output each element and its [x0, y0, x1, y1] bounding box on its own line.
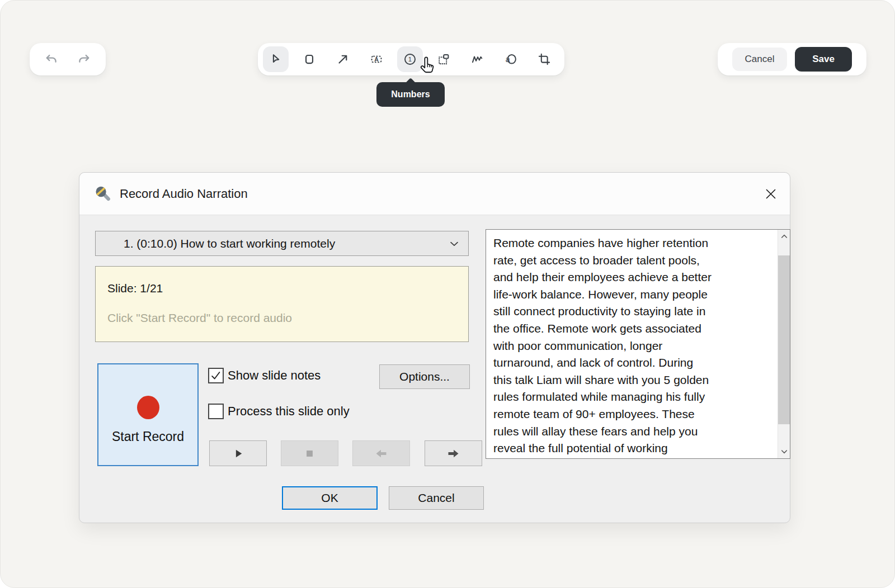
- chevron-down-icon: [448, 238, 460, 250]
- next-slide-button[interactable]: [425, 440, 482, 466]
- scroll-up-button[interactable]: [778, 230, 790, 243]
- undo-redo-group: [30, 43, 106, 75]
- tool-text[interactable]: A: [360, 43, 393, 75]
- tool-arrow[interactable]: [326, 43, 360, 75]
- dialog-cancel-button-label: Cancel: [418, 491, 454, 505]
- slide-dropdown[interactable]: 1. (0:10.0) How to start working remotel…: [95, 231, 469, 256]
- tool-numbers[interactable]: 1: [393, 43, 427, 75]
- arrow-icon: [336, 52, 350, 67]
- crop-icon: [537, 52, 552, 67]
- options-button[interactable]: Options...: [379, 364, 470, 389]
- tool-crop[interactable]: [527, 43, 561, 75]
- save-button-label: Save: [812, 54, 835, 65]
- ok-button[interactable]: OK: [282, 486, 378, 510]
- start-record-button[interactable]: Start Record: [97, 363, 199, 466]
- annotation-toolbar: A 1: [258, 43, 564, 75]
- scroll-down-button[interactable]: [778, 445, 790, 458]
- stop-button[interactable]: [281, 440, 338, 466]
- dialog-close-button[interactable]: [761, 184, 781, 204]
- undo-button[interactable]: [40, 48, 63, 70]
- redo-icon: [77, 52, 91, 67]
- slide-dropdown-value: 1. (0:10.0) How to start working remotel…: [124, 237, 335, 250]
- dialog-header: Record Audio Narration: [79, 173, 790, 215]
- numbers-tooltip: Numbers: [376, 82, 445, 107]
- undo-icon: [44, 52, 59, 67]
- save-actions-group: Cancel Save: [718, 43, 866, 75]
- save-button[interactable]: Save: [795, 47, 852, 72]
- blur-pixelate-icon: [436, 52, 451, 67]
- chevron-up-icon: [780, 232, 789, 241]
- redo-button[interactable]: [73, 48, 95, 70]
- checkbox-unchecked-icon: [208, 404, 224, 419]
- ok-button-label: OK: [321, 491, 338, 505]
- play-button[interactable]: [209, 440, 267, 466]
- svg-text:1: 1: [408, 56, 412, 63]
- show-slide-notes-checkbox[interactable]: Show slide notes: [208, 368, 321, 383]
- tool-obfuscate[interactable]: a: [494, 43, 527, 75]
- show-slide-notes-label: Show slide notes: [228, 368, 321, 383]
- dialog-title: Record Audio Narration: [120, 187, 248, 201]
- start-record-label: Start Record: [112, 429, 184, 444]
- cancel-button-label: Cancel: [745, 54, 775, 65]
- record-audio-narration-dialog: Record Audio Narration 1. (0:10.0) How t…: [79, 172, 790, 523]
- tool-blur[interactable]: [427, 43, 460, 75]
- obfuscate-text-icon: a: [503, 52, 518, 67]
- record-hint: Click "Start Record" to record audio: [107, 311, 456, 325]
- tool-freehand[interactable]: [460, 43, 494, 75]
- process-this-slide-only-checkbox[interactable]: Process this slide only: [208, 404, 350, 419]
- slide-notes-text: Remote companies have higher retention r…: [486, 230, 778, 458]
- close-icon: [764, 187, 778, 201]
- text-box-icon: A: [369, 52, 384, 67]
- select-cursor-icon: [268, 52, 283, 67]
- play-icon: [231, 447, 245, 461]
- numbers-icon: 1: [403, 52, 417, 67]
- freehand-draw-icon: [470, 52, 484, 67]
- tooltip-text: Numbers: [391, 89, 430, 99]
- options-button-label: Options...: [399, 370, 450, 383]
- tool-select[interactable]: [259, 43, 293, 75]
- dialog-cancel-button[interactable]: Cancel: [389, 486, 484, 510]
- scrollbar-thumb[interactable]: [778, 255, 790, 424]
- arrow-right-icon: [446, 446, 461, 461]
- record-dot-icon: [137, 396, 159, 419]
- chevron-down-icon: [780, 447, 789, 456]
- microphone-icon: [94, 185, 112, 203]
- checkbox-checked-icon: [208, 368, 224, 383]
- tool-rectangle[interactable]: [293, 43, 326, 75]
- recording-status-box: Slide: 1/21 Click "Start Record" to reco…: [95, 266, 469, 342]
- previous-slide-button[interactable]: [352, 440, 410, 466]
- cancel-button[interactable]: Cancel: [732, 48, 787, 71]
- notes-scrollbar[interactable]: [778, 230, 790, 458]
- rectangle-icon: [302, 52, 317, 67]
- stop-icon: [303, 447, 317, 461]
- editor-canvas: A 1: [0, 0, 895, 588]
- arrow-left-icon: [374, 446, 389, 461]
- slide-notes-textarea[interactable]: Remote companies have higher retention r…: [486, 229, 790, 459]
- svg-text:A: A: [374, 56, 379, 63]
- process-this-slide-only-label: Process this slide only: [228, 404, 350, 419]
- slide-counter: Slide: 1/21: [107, 282, 456, 295]
